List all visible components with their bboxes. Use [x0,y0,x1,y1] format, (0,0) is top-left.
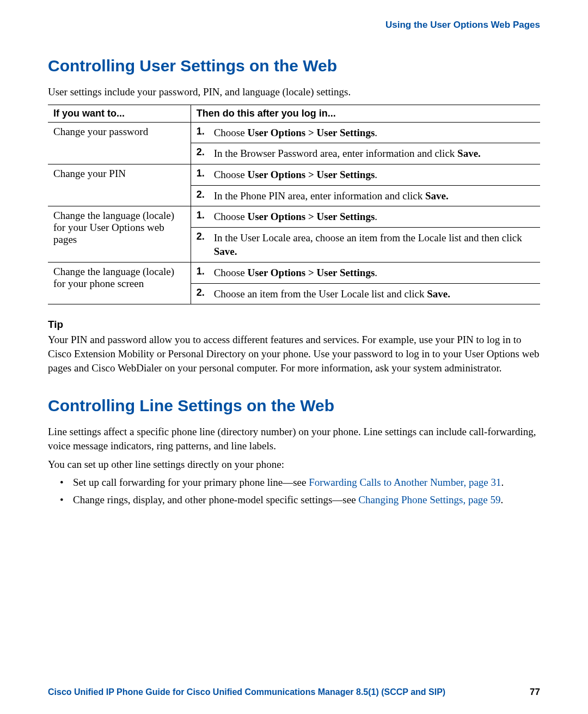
section2-p1: Line settings affect a specific phone li… [48,425,540,453]
step-text: Choose User Options > User Settings. [214,266,535,280]
table-row: Change the language (locale) for your ph… [48,263,540,304]
user-settings-table: If you want to... Then do this after you… [48,105,540,305]
bullet-list: Set up call forwarding for your primary … [48,475,540,506]
menu-path: User Options > User Settings [247,127,375,138]
table-cell-steps: 1.Choose User Options > User Settings.2.… [191,263,540,304]
step-number: 1. [197,266,214,280]
tip-body: Your PIN and password allow you to acces… [48,333,540,375]
step-text: Choose User Options > User Settings. [214,168,535,182]
step-row: 1.Choose User Options > User Settings. [191,123,540,143]
step-text: Choose User Options > User Settings. [214,210,535,224]
tip-heading: Tip [48,319,540,331]
step-row: 2.In the Phone PIN area, enter informati… [191,185,540,206]
step-number: 2. [197,287,214,301]
step-text: Choose an item from the User Locale list… [214,287,535,301]
bold-term: Save. [457,148,481,159]
step-row: 1.Choose User Options > User Settings. [191,164,540,185]
section2-p2: You can set up other line settings direc… [48,457,540,472]
footer-page-number: 77 [530,687,540,698]
table-row: Change your password1.Choose User Option… [48,122,540,164]
table-row: Change the language (locale) for your Us… [48,206,540,263]
table-header-then: Then do this after you log in... [191,105,540,122]
list-item: Set up call forwarding for your primary … [63,475,540,490]
cross-reference-link[interactable]: Changing Phone Settings, page 59 [358,494,500,505]
bold-term: Save. [214,246,237,257]
section-heading-line-settings: Controlling Line Settings on the Web [48,396,540,415]
step-text: In the Browser Password area, enter info… [214,147,535,161]
step-row: 2.Choose an item from the User Locale li… [191,283,540,304]
list-item: Change rings, display, and other phone-m… [63,493,540,507]
table-cell-want: Change your password [48,122,191,164]
table-row: Change your PIN1.Choose User Options > U… [48,164,540,206]
page-footer: Cisco Unified IP Phone Guide for Cisco U… [48,687,540,698]
table-cell-want: Change your PIN [48,164,191,206]
footer-doc-title: Cisco Unified IP Phone Guide for Cisco U… [48,687,445,697]
step-text: Choose User Options > User Settings. [214,126,535,140]
section-heading-user-settings: Controlling User Settings on the Web [48,57,540,75]
table-header-want: If you want to... [48,105,191,122]
step-number: 2. [197,147,214,161]
menu-path: User Options > User Settings [247,267,375,278]
menu-path: User Options > User Settings [247,211,375,222]
cross-reference-link[interactable]: Forwarding Calls to Another Number, page… [309,477,501,488]
menu-path: User Options > User Settings [247,169,375,180]
step-row: 1.Choose User Options > User Settings. [191,263,540,283]
step-row: 2.In the Browser Password area, enter in… [191,143,540,164]
bold-term: Save. [425,190,449,202]
step-number: 2. [197,231,214,259]
table-cell-steps: 1.Choose User Options > User Settings.2.… [191,122,540,164]
table-cell-want: Change the language (locale) for your Us… [48,206,191,263]
table-cell-steps: 1.Choose User Options > User Settings.2.… [191,206,540,263]
section1-intro: User settings include your password, PIN… [48,85,540,99]
step-text: In the Phone PIN area, enter information… [214,189,535,203]
step-number: 1. [197,210,214,224]
step-number: 1. [197,126,214,140]
header-breadcrumb: Using the User Options Web Pages [48,20,540,30]
step-number: 1. [197,168,214,182]
step-text: In the User Locale area, choose an item … [214,231,535,259]
step-number: 2. [197,189,214,203]
bold-term: Save. [427,288,450,300]
table-cell-want: Change the language (locale) for your ph… [48,263,191,304]
step-row: 2.In the User Locale area, choose an ite… [191,227,540,262]
table-cell-steps: 1.Choose User Options > User Settings.2.… [191,164,540,206]
step-row: 1.Choose User Options > User Settings. [191,206,540,227]
